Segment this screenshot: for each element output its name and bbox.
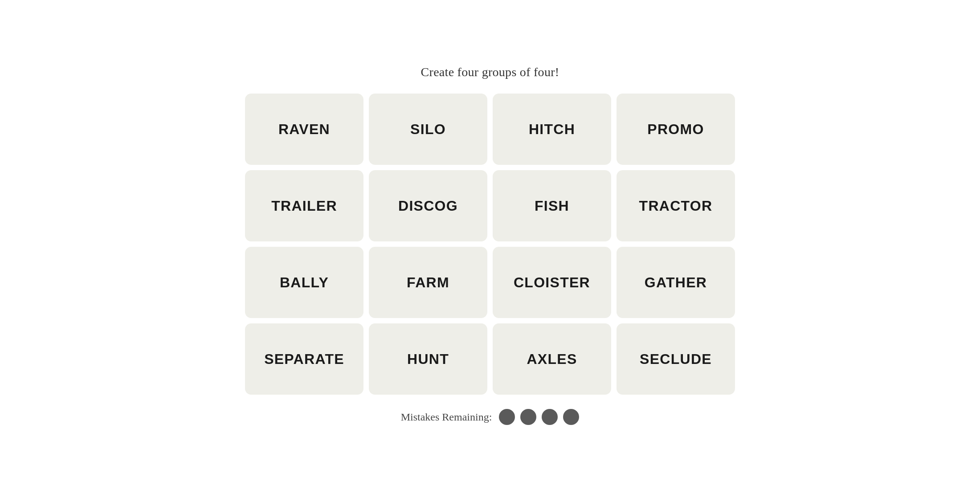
tile-fish[interactable]: FISH — [493, 170, 611, 241]
tile-label-raven: RAVEN — [278, 121, 330, 138]
game-container: Create four groups of four! RAVENSILOHIT… — [245, 65, 735, 425]
tile-farm[interactable]: FARM — [369, 247, 487, 318]
tile-raven[interactable]: RAVEN — [245, 94, 363, 165]
tile-discog[interactable]: DISCOG — [369, 170, 487, 241]
tile-label-tractor: TRACTOR — [639, 198, 713, 214]
tile-label-discog: DISCOG — [398, 198, 458, 214]
tile-label-trailer: TRAILER — [271, 198, 337, 214]
tile-label-silo: SILO — [410, 121, 446, 138]
subtitle: Create four groups of four! — [421, 65, 559, 79]
word-grid: RAVENSILOHITCHPROMOTRAILERDISCOGFISHTRAC… — [245, 94, 735, 395]
mistake-dot-1 — [499, 409, 515, 425]
tile-seclude[interactable]: SECLUDE — [617, 323, 735, 395]
tile-gather[interactable]: GATHER — [617, 247, 735, 318]
tile-label-bally: BALLY — [280, 274, 329, 291]
tile-label-hunt: HUNT — [407, 351, 449, 368]
tile-label-fish: FISH — [535, 198, 569, 214]
tile-axles[interactable]: AXLES — [493, 323, 611, 395]
tile-promo[interactable]: PROMO — [617, 94, 735, 165]
mistakes-dots — [499, 409, 579, 425]
tile-label-seclude: SECLUDE — [640, 351, 712, 368]
tile-cloister[interactable]: CLOISTER — [493, 247, 611, 318]
tile-tractor[interactable]: TRACTOR — [617, 170, 735, 241]
tile-label-farm: FARM — [407, 274, 449, 291]
mistakes-label: Mistakes Remaining: — [401, 411, 492, 423]
mistake-dot-4 — [563, 409, 579, 425]
tile-label-gather: GATHER — [645, 274, 707, 291]
tile-hitch[interactable]: HITCH — [493, 94, 611, 165]
tile-label-separate: SEPARATE — [264, 351, 344, 368]
tile-trailer[interactable]: TRAILER — [245, 170, 363, 241]
tile-separate[interactable]: SEPARATE — [245, 323, 363, 395]
tile-label-cloister: CLOISTER — [514, 274, 590, 291]
mistakes-section: Mistakes Remaining: — [401, 409, 580, 425]
tile-hunt[interactable]: HUNT — [369, 323, 487, 395]
mistake-dot-2 — [520, 409, 536, 425]
tile-label-hitch: HITCH — [529, 121, 575, 138]
tile-label-promo: PROMO — [647, 121, 704, 138]
tile-bally[interactable]: BALLY — [245, 247, 363, 318]
tile-silo[interactable]: SILO — [369, 94, 487, 165]
mistake-dot-3 — [542, 409, 558, 425]
tile-label-axles: AXLES — [527, 351, 577, 368]
